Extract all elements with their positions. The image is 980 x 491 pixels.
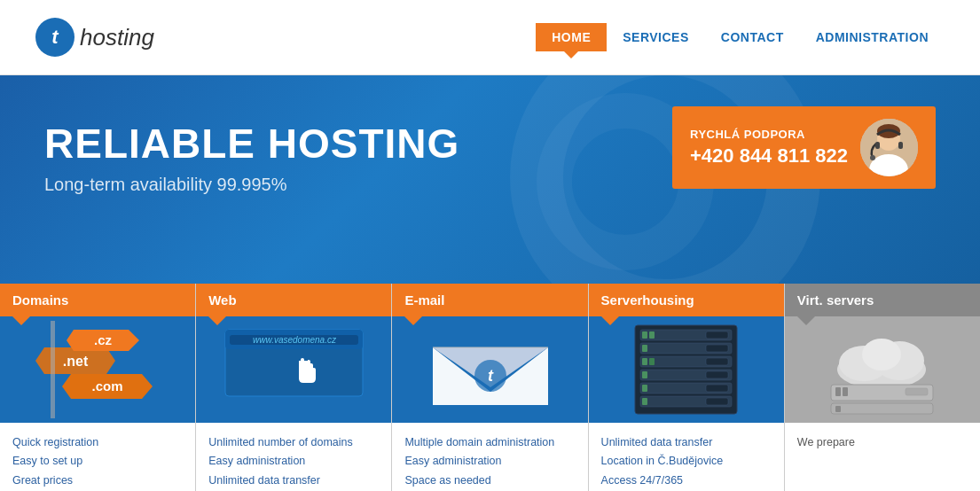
feature-item: Quick registration [12,433,183,452]
feature-item: Great prices [12,472,183,490]
service-web[interactable]: Web www.vasedomena.cz Unlimited number o… [196,284,392,491]
feature-item: Easy to set up [12,452,183,471]
service-domains-image: .net .cz .com [0,316,195,423]
feature-item: Multiple domain administration [404,433,575,452]
svg-rect-50 [843,387,848,396]
service-serverhousing[interactable]: Serverhousing [589,284,785,491]
service-web-features: Unlimited number of domains Easy adminis… [196,423,391,491]
svg-text:.net: .net [63,354,89,369]
svg-rect-42 [706,385,728,392]
svg-rect-35 [642,385,647,392]
svg-point-4 [870,155,875,160]
nav-contact[interactable]: CONTACT [705,23,800,51]
svg-rect-43 [706,398,728,405]
svg-rect-38 [706,331,728,339]
svg-point-47 [862,339,901,370]
svg-text:.com: .com [92,378,123,394]
svg-rect-37 [642,398,647,405]
support-avatar [860,119,918,176]
support-box[interactable]: RYCHLÁ PODPORA +420 844 811 822 [672,106,936,189]
header: t hosting HOME SERVICES CONTACT ADMINIST… [0,0,980,75]
feature-item: Space as needed [404,472,575,490]
service-web-image: www.vasedomena.cz [196,316,391,423]
service-email-features: Multiple domain administration Easy admi… [392,423,587,491]
svg-text:.cz: .cz [94,332,113,347]
svg-rect-41 [706,371,728,378]
svg-rect-52 [831,403,933,414]
svg-rect-13 [51,321,55,418]
feature-item: Unlimited number of domains [208,433,379,452]
service-virt-servers[interactable]: Virt. servers We prepare [785,284,980,491]
svg-rect-33 [642,371,647,378]
nav-services[interactable]: SERVICES [607,23,705,51]
svg-rect-49 [835,387,841,396]
svg-rect-28 [642,345,647,352]
feature-item: Unlimited data transfer [208,472,379,490]
service-domains-header: Domains [0,284,195,316]
service-domains-features: Quick registration Easy to set up Great … [0,423,195,491]
svg-rect-39 [706,345,728,352]
feature-item: Easy administration [404,452,575,471]
svg-rect-40 [706,358,728,365]
feature-item: Unlimited data transfer [601,433,772,452]
svg-rect-26 [649,331,655,339]
svg-rect-25 [642,331,647,339]
svg-text:www.vasedomena.cz: www.vasedomena.cz [253,335,337,345]
svg-rect-30 [642,358,647,365]
svg-rect-53 [835,406,841,412]
feature-item: Location in Č.Budějovice [601,452,772,471]
hero-section: RELIABLE HOSTING Long-term availability … [0,75,980,284]
main-nav: HOME SERVICES CONTACT ADMINISTRATION [536,23,945,51]
svg-text:t: t [488,367,494,385]
service-domains[interactable]: Domains .net .cz .com [0,284,196,491]
logo-text: hosting [80,24,154,51]
nav-administration[interactable]: ADMINISTRATION [800,23,945,51]
svg-rect-5 [875,142,880,149]
service-virt-features: We prepare [785,423,980,491]
service-email-header: E-mail [392,284,587,316]
svg-rect-31 [649,358,655,365]
logo-icon: t [35,18,74,57]
svg-rect-51 [906,388,928,395]
service-serverhousing-image [589,316,784,423]
service-virt-header: Virt. servers [785,284,980,316]
nav-home[interactable]: HOME [536,23,607,51]
support-phone: +420 844 811 822 [690,144,848,168]
logo[interactable]: t hosting [35,18,154,57]
service-email[interactable]: E-mail t Multiple domain administration … [392,284,588,491]
service-email-image: t [392,316,587,423]
feature-item: Access 24/7/365 [601,472,772,490]
service-serverhousing-header: Serverhousing [589,284,784,316]
service-virt-image [785,316,980,423]
feature-item: We prepare [797,433,968,452]
logo-letter: t [51,26,58,49]
service-web-header: Web [196,284,391,316]
services-strip: Domains .net .cz .com [0,284,980,491]
service-serverhousing-features: Unlimited data transfer Location in Č.Bu… [589,423,784,491]
support-text: RYCHLÁ PODPORA +420 844 811 822 [690,128,848,168]
feature-item: Easy administration [208,452,379,471]
svg-rect-6 [898,142,903,149]
support-label: RYCHLÁ PODPORA [690,128,848,141]
